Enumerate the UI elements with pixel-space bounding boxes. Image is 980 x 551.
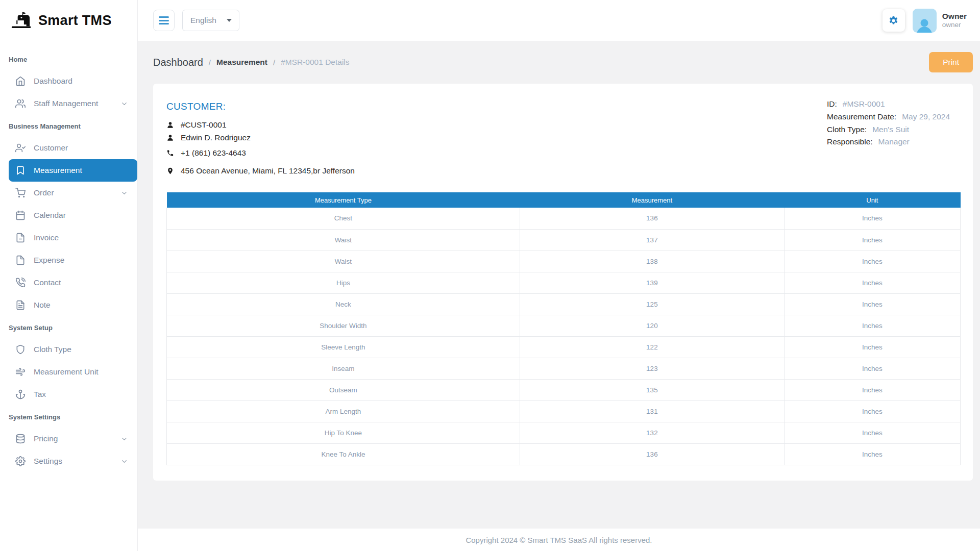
sidebar-item-customer[interactable]: Customer [0,137,137,159]
sidebar-item-label: Pricing [34,434,58,443]
sidebar-item-label: Staff Management [34,99,98,108]
table-row: Neck125Inches [167,293,961,315]
measurement-value-cell: 125 [520,293,784,315]
topbar: English Owner owner [138,0,980,41]
meta-row-cloth-type: Cloth Type:Men's Suit [827,123,961,136]
unit-cell: Inches [784,358,960,379]
customer-detail-text: +1 (861) 623-4643 [181,148,246,158]
meta-row-responsible: Responsible:Manager [827,136,961,148]
meta-value: Men's Suit [872,123,909,136]
measurement-value-cell: 132 [520,422,784,443]
sidebar-section-label-home: Home [0,48,137,70]
sidebar-item-label: Note [34,300,51,310]
meta-label: Cloth Type: [827,123,867,136]
shield-icon [15,344,26,355]
file-minus-icon [15,233,26,243]
sidebar-item-cloth-type[interactable]: Cloth Type [0,338,137,361]
table-row: Waist138Inches [167,251,961,272]
table-row: Waist137Inches [167,229,961,251]
sewing-machine-logo-icon [10,11,34,30]
sidebar-item-invoice[interactable]: Invoice [0,227,137,249]
sidebar-item-tax[interactable]: Tax [0,383,137,406]
measurement-type-cell: Waist [167,251,520,272]
unit-cell: Inches [784,422,960,443]
table-row: Sleeve Length122Inches [167,336,961,358]
gear-icon [15,456,26,466]
measurement-value-cell: 138 [520,251,784,272]
table-row: Hips139Inches [167,272,961,293]
language-dropdown[interactable]: English [182,10,239,31]
sidebar-item-label: Invoice [34,233,59,242]
calendar-icon [15,210,26,220]
meta-value: #MSR-0001 [843,98,885,111]
app-logo[interactable]: Smart TMS [0,0,137,41]
sidebar-item-dashboard[interactable]: Dashboard [0,70,137,92]
user-check-icon [15,143,26,153]
copyright-text: Copyright 2024 © Smart TMS SaaS All righ… [465,536,652,544]
measurements-table-body: Chest136InchesWaist137InchesWaist138Inch… [167,208,961,465]
table-row: Arm Length131Inches [167,400,961,422]
measurement-type-cell: Arm Length [167,400,520,422]
file-icon [15,255,26,265]
meta-row-measurement-date: Measurement Date:May 29, 2024 [827,111,961,123]
sidebar-item-measurement[interactable]: Measurement [9,159,137,182]
chevron-down-icon [120,189,128,197]
unit-cell: Inches [784,379,960,400]
bookmark-icon [15,165,26,176]
sidebar-item-pricing[interactable]: Pricing [0,428,137,450]
sidebar-item-label: Measurement Unit [34,367,99,377]
chevron-down-icon [120,435,128,443]
measurement-value-cell: 136 [520,443,784,465]
meta-row-id: ID:#MSR-0001 [827,98,961,111]
home-icon [15,76,26,86]
print-button[interactable]: Print [929,52,973,72]
breadcrumb-separator: / [209,58,211,67]
breadcrumb-dashboard[interactable]: Dashboard [153,57,203,68]
table-row: Knee To Ankle136Inches [167,443,961,465]
measurement-value-cell: 131 [520,400,784,422]
measurement-value-cell: 135 [520,379,784,400]
sidebar-item-calendar[interactable]: Calendar [0,204,137,227]
sidebar-item-label: Tax [34,390,46,399]
measurement-value-cell: 122 [520,336,784,358]
table-row: Hip To Knee132Inches [167,422,961,443]
measurement-type-cell: Inseam [167,358,520,379]
measurement-type-cell: Sleeve Length [167,336,520,358]
settings-button[interactable] [883,9,905,32]
sidebar-item-expense[interactable]: Expense [0,249,137,271]
chevron-down-icon [120,458,128,465]
customer-detail-text: 456 Ocean Avenue, Miami, FL 12345,br Jef… [181,166,355,176]
unit-cell: Inches [784,272,960,293]
measurement-value-cell: 136 [520,208,784,229]
sidebar-item-label: Expense [34,256,64,265]
sidebar-item-note[interactable]: Note [0,294,137,316]
measurement-value-cell: 120 [520,315,784,336]
customer-detail-text: Edwin D. Rodriguez [181,133,251,142]
unit-cell: Inches [784,293,960,315]
measurement-type-cell: Outseam [167,379,520,400]
measurement-type-cell: Hip To Knee [167,422,520,443]
customer-block: CUSTOMER: #CUST-0001Edwin D. Rodriguez+1… [166,97,355,179]
measurement-value-cell: 139 [520,272,784,293]
meta-label: Responsible: [827,136,873,148]
caret-down-icon [227,19,232,22]
customer-heading: CUSTOMER: [166,101,355,112]
database-icon [15,434,26,444]
sidebar-item-measurement-unit[interactable]: Measurement Unit [0,361,137,383]
meta-value: May 29, 2024 [902,111,950,123]
breadcrumb-measurement[interactable]: Measurement [216,58,267,67]
measurement-type-cell: Knee To Ankle [167,443,520,465]
sidebar-item-label: Settings [34,457,62,466]
sidebar-toggle-button[interactable] [153,10,175,31]
sidebar-item-settings[interactable]: Settings [0,450,137,472]
sidebar-item-contact[interactable]: Contact [0,271,137,294]
user-menu[interactable]: Owner owner [913,9,967,33]
breadcrumb: Dashboard / Measurement / #MSR-0001 Deta… [153,57,350,68]
sidebar-nav: HomeDashboardStaff ManagementBusiness Ma… [0,41,137,472]
meta-value: Manager [878,136,910,148]
sidebar-item-order[interactable]: Order [0,182,137,204]
content-area: Dashboard / Measurement / #MSR-0001 Deta… [138,41,980,529]
meta-label: Measurement Date: [827,111,896,123]
sidebar-item-staff-management[interactable]: Staff Management [0,92,137,115]
file-text-icon [15,300,26,310]
